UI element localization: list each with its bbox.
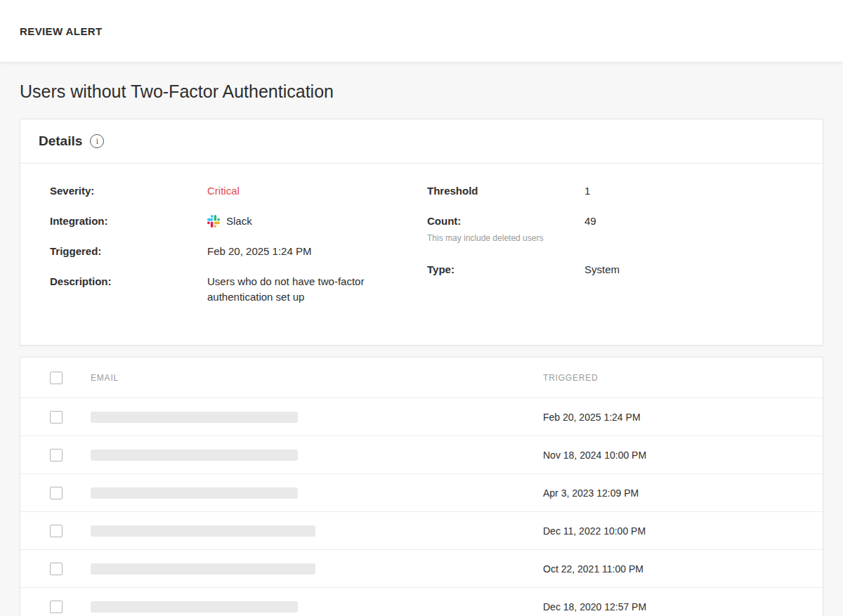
- table-row: Feb 20, 2025 1:24 PM: [20, 398, 823, 436]
- row-triggered-value: Dec 18, 2020 12:57 PM: [543, 601, 823, 612]
- type-field: Type: System: [427, 262, 804, 277]
- description-label: Description:: [50, 274, 207, 289]
- row-triggered-value: Apr 3, 2023 12:09 PM: [543, 487, 823, 499]
- row-triggered-value: Dec 11, 2022 10:00 PM: [543, 525, 823, 537]
- redacted-email-bar: [91, 525, 315, 537]
- integration-label: Integration:: [50, 214, 207, 228]
- row-checkbox[interactable]: [50, 449, 63, 461]
- count-field: Count: This may include deleted users 49: [427, 214, 804, 244]
- details-card-header: Details i: [20, 119, 823, 164]
- description-value: Users who do not have two-factor authent…: [207, 274, 390, 305]
- page-content: Users without Two-Factor Authentication …: [0, 81, 843, 616]
- threshold-field: Threshold 1: [427, 183, 804, 199]
- redacted-email-bar: [91, 487, 298, 499]
- slack-icon: [207, 215, 220, 228]
- details-right-column: Threshold 1 Count: This may include dele…: [427, 183, 804, 320]
- alert-results-table: EMAIL TRIGGERED Feb 20, 2025 1:24 PM Nov…: [20, 357, 823, 616]
- row-triggered-value: Feb 20, 2025 1:24 PM: [543, 412, 823, 423]
- table-row: Dec 18, 2020 12:57 PM: [20, 588, 823, 616]
- row-checkbox[interactable]: [50, 411, 63, 424]
- redacted-email-bar: [91, 412, 298, 423]
- table-row: Nov 18, 2024 10:00 PM: [20, 436, 823, 474]
- page-title: Users without Two-Factor Authentication: [20, 81, 823, 102]
- severity-field: Severity: Critical: [50, 183, 427, 199]
- row-checkbox[interactable]: [50, 601, 63, 613]
- top-bar: REVIEW ALERT: [0, 0, 843, 62]
- row-triggered-value: Nov 18, 2024 10:00 PM: [543, 450, 823, 461]
- triggered-field: Triggered: Feb 20, 2025 1:24 PM: [50, 244, 427, 259]
- details-body: Severity: Critical Integration:: [20, 164, 823, 345]
- count-note: This may include deleted users: [427, 233, 584, 244]
- triggered-label: Triggered:: [50, 244, 207, 258]
- details-card: Details i Severity: Critical Integration…: [20, 119, 823, 346]
- severity-value: Critical: [207, 183, 240, 199]
- type-label: Type:: [427, 262, 584, 277]
- description-field: Description: Users who do not have two-f…: [50, 274, 427, 305]
- row-triggered-value: Oct 22, 2021 11:00 PM: [543, 563, 823, 575]
- table-row: Oct 22, 2021 11:00 PM: [20, 550, 823, 588]
- details-title: Details: [39, 133, 82, 149]
- select-all-checkbox[interactable]: [50, 372, 63, 384]
- threshold-label: Threshold: [427, 183, 584, 198]
- triggered-column-header: TRIGGERED: [543, 373, 823, 383]
- type-value: System: [584, 262, 620, 277]
- count-label: Count:: [427, 214, 584, 228]
- table-header-row: EMAIL TRIGGERED: [20, 358, 823, 398]
- table-row: Dec 11, 2022 10:00 PM: [20, 512, 823, 550]
- row-checkbox[interactable]: [50, 525, 63, 537]
- redacted-email-bar: [91, 601, 298, 612]
- triggered-value: Feb 20, 2025 1:24 PM: [207, 244, 311, 259]
- redacted-email-bar: [91, 563, 315, 575]
- redacted-email-bar: [91, 450, 298, 461]
- row-checkbox[interactable]: [50, 563, 63, 575]
- count-value: 49: [584, 214, 596, 229]
- threshold-value: 1: [584, 183, 590, 199]
- email-column-header: EMAIL: [91, 373, 543, 383]
- info-icon[interactable]: i: [90, 134, 104, 148]
- severity-label: Severity:: [50, 183, 207, 198]
- table-row: Apr 3, 2023 12:09 PM: [20, 474, 823, 512]
- row-checkbox[interactable]: [50, 487, 63, 499]
- integration-field: Integration: Slack: [50, 214, 427, 229]
- details-left-column: Severity: Critical Integration:: [32, 183, 427, 320]
- review-alert-heading: REVIEW ALERT: [20, 25, 103, 37]
- integration-value: Slack: [226, 214, 252, 229]
